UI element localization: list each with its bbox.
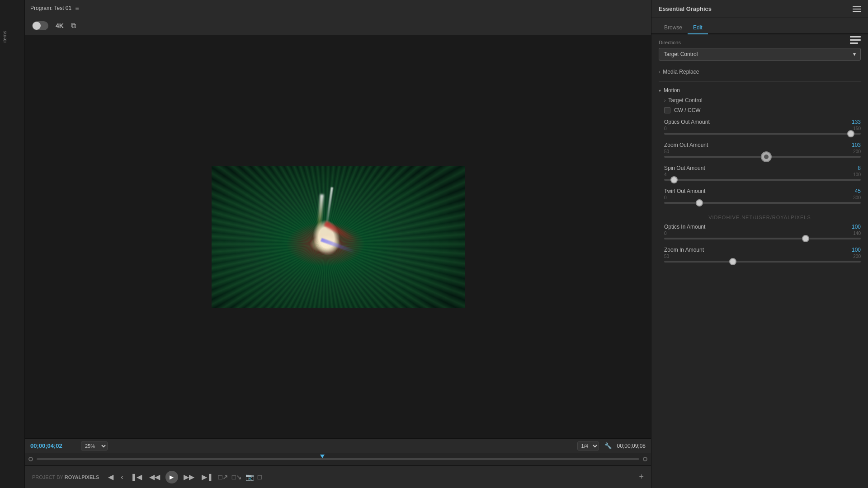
add-button[interactable]: + (639, 472, 644, 482)
extract-button[interactable]: □↘ (232, 473, 242, 481)
zoom-in-value[interactable]: 100 (847, 247, 861, 253)
directions-dropdown[interactable]: Target Control ▾ (659, 48, 861, 61)
camera-button[interactable]: 📷 (245, 473, 254, 481)
twirl-out-track[interactable] (664, 202, 861, 204)
timecode-current[interactable]: 00;00;04;02 (30, 442, 75, 449)
rewind-button[interactable]: ◀◀ (147, 471, 162, 483)
optics-out-slider: Optics Out Amount 133 0 150 (659, 119, 861, 135)
video-frame (212, 166, 465, 308)
optics-in-track[interactable] (664, 238, 861, 239)
zoom-out-header: Zoom Out Amount 103 (664, 142, 861, 148)
zoom-out-thumb-inner (764, 155, 769, 159)
zoom-in-header: Zoom In Amount 100 (664, 247, 861, 253)
zoom-out-thumb[interactable] (761, 151, 772, 162)
scrubber-track[interactable] (37, 458, 639, 460)
directions-arrow: ▾ (853, 51, 856, 57)
program-menu-icon[interactable]: ≡ (75, 5, 79, 12)
zoom-out-name: Zoom Out Amount (664, 142, 708, 148)
cw-ccw-checkbox[interactable] (664, 107, 670, 113)
cw-ccw-row: CW / CCW (659, 105, 861, 115)
optics-out-header: Optics Out Amount 133 (664, 119, 861, 125)
divider-1 (659, 81, 861, 82)
twirl-out-value[interactable]: 45 (847, 188, 861, 194)
twirl-out-header: Twirl Out Amount 45 (664, 188, 861, 194)
program-header: Program: Test 01 ≡ (25, 0, 651, 16)
fraction-select[interactable]: 1/4 1/2 Full (577, 441, 599, 450)
spin-out-track[interactable] (664, 179, 861, 181)
twirl-out-name: Twirl Out Amount (664, 188, 705, 194)
video-controls-row: 4K ⧉ (25, 16, 651, 35)
twirl-out-range: 0 300 (664, 195, 861, 200)
optics-in-thumb[interactable] (802, 235, 809, 242)
play-button[interactable]: ▶ (165, 471, 178, 483)
scrubber-out-point[interactable] (643, 457, 647, 461)
zoom-out-min: 50 (664, 149, 669, 154)
toggle-button[interactable] (32, 21, 48, 30)
zoom-out-value[interactable]: 103 (847, 142, 861, 148)
zoom-in-thumb[interactable] (729, 258, 736, 265)
optics-out-name: Optics Out Amount (664, 119, 710, 125)
optics-out-max: 150 (853, 126, 861, 131)
motion-label: Motion (664, 87, 680, 94)
zoom-in-slider: Zoom In Amount 100 50 200 (659, 247, 861, 263)
optics-in-max: 140 (853, 231, 861, 236)
cw-ccw-label: CW / CCW (674, 107, 701, 113)
zoom-out-track[interactable] (664, 156, 861, 158)
zoom-burst-effect (212, 166, 465, 308)
zoom-in-range: 50 200 (664, 254, 861, 259)
twirl-out-slider: Twirl Out Amount 45 0 300 (659, 188, 861, 204)
hamburger-menu-icon[interactable] (850, 36, 861, 44)
toggle-circle (33, 22, 41, 30)
zoom-select[interactable]: 25% 50% 100% (81, 441, 108, 450)
media-replace-label: Media Replace (663, 69, 699, 75)
eg-title: Essential Graphics (659, 5, 853, 12)
go-to-end-button[interactable]: ▶❚ (200, 471, 215, 483)
target-control-subsection[interactable]: › Target Control (659, 95, 861, 105)
zoom-in-min: 50 (664, 254, 669, 259)
go-to-start-button[interactable]: ❚◀ (129, 471, 144, 483)
motion-section-header[interactable]: ▾ Motion (659, 85, 861, 95)
spin-out-header: Spin Out Amount 8 (664, 165, 861, 171)
transport-bar: PROJECT BY ROYALPIXELS ◀ ‹ ❚◀ ◀◀ ▶ ▶▶ ▶❚… (25, 465, 651, 488)
media-replace-header[interactable]: › Media Replace (659, 67, 861, 77)
eg-header: Essential Graphics (651, 0, 868, 18)
zoom-in-track[interactable] (664, 261, 861, 263)
twirl-out-thumb[interactable] (696, 199, 703, 206)
optics-out-thumb[interactable] (847, 130, 854, 137)
optics-in-value[interactable]: 100 (847, 224, 861, 230)
tab-edit[interactable]: Edit (688, 22, 708, 34)
eg-hamburger-icon[interactable] (853, 6, 861, 12)
spin-out-range: 4 100 (664, 172, 861, 177)
spin-out-max: 100 (853, 172, 861, 177)
lift-button[interactable]: □↗ (218, 473, 228, 481)
spin-out-value[interactable]: 8 (847, 165, 861, 171)
zoom-out-slider: Zoom Out Amount 103 50 200 (659, 142, 861, 158)
step-back-button[interactable]: ‹ (119, 471, 125, 483)
target-control-arrow: › (664, 98, 665, 103)
step-forward-button[interactable]: ▶▶ (182, 471, 196, 483)
optics-in-name: Optics In Amount (664, 224, 705, 230)
spin-out-min: 4 (664, 172, 667, 177)
optics-out-value[interactable]: 133 (847, 119, 861, 125)
scrubber-in-point[interactable] (28, 457, 33, 461)
mark-in-button[interactable]: ◀ (106, 471, 115, 483)
optics-in-header: Optics In Amount 100 (664, 224, 861, 230)
spin-out-name: Spin Out Amount (664, 165, 705, 171)
scrubber-playhead[interactable] (320, 455, 325, 458)
optics-in-range: 0 140 (664, 231, 861, 236)
watermark: VIDEOHIVE.NET/USER/ROYALPIXELS (659, 211, 861, 224)
program-title: Program: Test 01 (30, 5, 71, 11)
wrench-icon[interactable]: 🔧 (604, 442, 612, 449)
timeline-scrubber[interactable] (25, 453, 651, 465)
directions-value: Target Control (664, 51, 698, 57)
insert-button[interactable]: □ (258, 473, 262, 481)
sidebar-items-label: items (0, 27, 24, 46)
optics-out-track[interactable] (664, 133, 861, 135)
project-credit-name: ROYALPIXELS (65, 474, 99, 480)
zoom-out-max: 200 (853, 149, 861, 154)
compare-icon[interactable]: ⧉ (71, 22, 76, 30)
tab-browse[interactable]: Browse (659, 22, 688, 34)
resolution-label: 4K (56, 22, 64, 29)
spin-out-thumb[interactable] (670, 176, 678, 183)
spin-out-slider: Spin Out Amount 8 4 100 (659, 165, 861, 181)
